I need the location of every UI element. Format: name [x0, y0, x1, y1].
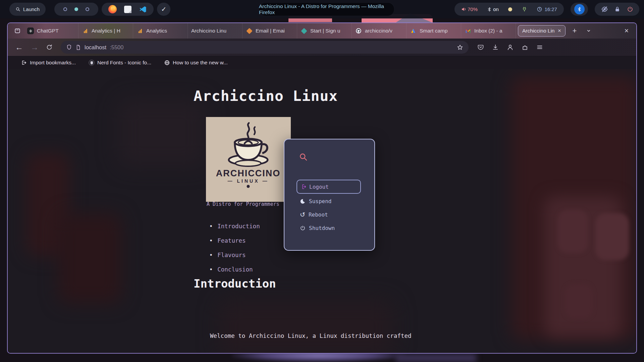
workspace-dot-1[interactable]: [63, 7, 67, 11]
back-button[interactable]: ←: [15, 43, 23, 52]
bookmark-nerd-fonts[interactable]: Nerd Fonts - Iconic fo...: [89, 60, 151, 66]
check-icon: ✓: [161, 5, 166, 13]
reboot-button[interactable]: ↺ Reboot: [300, 210, 328, 219]
tab-analytics-2[interactable]: Analytics: [133, 23, 188, 39]
status-tray[interactable]: 70% on 16:27: [454, 3, 564, 16]
tab-label: Smart camp: [420, 28, 448, 34]
tab-start-sign[interactable]: Start | Sign u: [297, 23, 352, 39]
bluetooth-badge: [574, 4, 585, 14]
reload-button[interactable]: [46, 44, 53, 51]
bookmark-label: Nerd Fonts - Iconic fo...: [97, 60, 151, 66]
bookmark-import[interactable]: Import bookmarks...: [21, 60, 76, 66]
search-icon: [15, 7, 20, 12]
page-info-icon[interactable]: [75, 45, 81, 50]
tab-label: Archiccino Linu: [191, 28, 226, 34]
url-port: :5500: [110, 44, 123, 51]
clock-icon: [537, 6, 542, 12]
suspend-button[interactable]: Suspend: [300, 197, 331, 205]
paragraph-line: Welcome to Archiccino Linux, a Linux dis…: [210, 330, 429, 342]
speaker-icon: [461, 6, 467, 12]
workspace-dot-3[interactable]: [86, 7, 89, 11]
bookmark-star-icon[interactable]: [457, 44, 463, 51]
firefox-app-icon[interactable]: [108, 5, 117, 13]
window-close-button[interactable]: ×: [620, 23, 634, 39]
account-icon[interactable]: [507, 44, 514, 51]
tab-email[interactable]: Email | Emai: [243, 23, 297, 39]
window-title-text: Archiccino Linux - A Distro for Programm…: [259, 3, 394, 15]
wallpaper-blob: [118, 99, 206, 166]
teal-diamond-icon: [301, 27, 307, 34]
workspace-dot-2-active[interactable]: [74, 7, 78, 11]
tab-label: ChatGPT: [37, 28, 59, 34]
toc-item-conclusion[interactable]: • Conclusion: [209, 262, 260, 277]
clock-indicator[interactable]: 16:27: [537, 6, 557, 12]
bluetooth-state: on: [493, 6, 499, 12]
tab-chatgpt[interactable]: ChatGPT: [24, 23, 78, 39]
launch-button[interactable]: Launch: [9, 3, 46, 16]
shield-icon[interactable]: [66, 44, 72, 50]
tab-smart-campaign[interactable]: Smart camp: [407, 23, 461, 39]
workspace-switcher[interactable]: [54, 3, 98, 16]
power-icon[interactable]: [627, 6, 633, 12]
toc-link[interactable]: Features: [217, 237, 246, 244]
intro-paragraph: Welcome to Archiccino Linux, a Linux dis…: [210, 306, 429, 353]
shutdown-button[interactable]: Shutdown: [300, 224, 335, 232]
tab-label: Inbox (2) - a: [474, 28, 502, 34]
pocket-icon[interactable]: [477, 44, 484, 51]
tab-github[interactable]: archiccino/v: [352, 23, 407, 39]
tab-inbox[interactable]: Inbox (2) - a: [461, 23, 516, 39]
chatgpt-icon: [27, 27, 34, 34]
forward-button[interactable]: →: [31, 43, 39, 52]
tab-active-archiccino[interactable]: Archiccino Lin ×: [518, 25, 566, 37]
check-button[interactable]: ✓: [157, 3, 170, 16]
bluetooth-quick-toggle[interactable]: [571, 3, 588, 16]
volume-value: 70%: [468, 6, 478, 12]
wallpaper-blob: [595, 213, 629, 260]
moon-icon: [300, 198, 306, 204]
tab-bar: ChatGPT Analytics | H Analytics Archicci…: [8, 23, 636, 39]
tab-label: Analytics | H: [92, 28, 120, 34]
bookmark-how-to[interactable]: How to use the new w...: [164, 60, 228, 66]
ads-icon: [410, 27, 417, 34]
logo-caption: A Distro for Programmers: [207, 201, 279, 207]
logout-button[interactable]: Logout: [297, 180, 361, 194]
downloads-icon[interactable]: [492, 44, 499, 51]
vscode-app-icon[interactable]: [139, 5, 147, 13]
orange-diamond-icon: [246, 27, 253, 34]
tab-label: Analytics: [146, 28, 167, 34]
notes-app-icon[interactable]: [124, 6, 131, 13]
volume-indicator[interactable]: 70%: [461, 6, 478, 12]
tab-label: Archiccino Lin: [522, 28, 555, 34]
tab-analytics-1[interactable]: Analytics | H: [78, 23, 133, 39]
toc-item-flavours[interactable]: • Flavours: [209, 248, 260, 262]
focused-window-title: Archiccino Linux - A Distro for Programm…: [259, 2, 394, 16]
bluetooth-icon: [577, 6, 582, 12]
extensions-puzzle-icon[interactable]: [522, 44, 528, 51]
toc-link[interactable]: Introduction: [217, 223, 260, 230]
page-title: Archiccino Linux: [194, 87, 338, 104]
lock-icon[interactable]: [614, 6, 621, 12]
url-bar[interactable]: localhost:5500: [61, 41, 469, 54]
url-host: localhost: [85, 44, 106, 51]
firefox-view-icon: [14, 27, 21, 34]
firefox-view-button[interactable]: [11, 23, 24, 39]
app-menu-hamburger-icon[interactable]: [536, 44, 543, 51]
toc-item-introduction[interactable]: • Introduction: [209, 219, 260, 233]
toc-link[interactable]: Conclusion: [217, 266, 253, 273]
section-heading-introduction: Introduction: [194, 277, 276, 290]
tab-list-dropdown-button[interactable]: [582, 23, 596, 39]
tab-close-icon[interactable]: ×: [558, 27, 561, 34]
search-icon[interactable]: [299, 152, 308, 162]
toc-link[interactable]: Flavours: [217, 252, 246, 258]
bluetooth-indicator[interactable]: on: [487, 6, 499, 12]
tab-label: archiccino/v: [365, 28, 392, 34]
new-tab-button[interactable]: +: [568, 23, 582, 39]
toc-item-features[interactable]: • Features: [209, 233, 260, 248]
tab-archiccino-docs[interactable]: Archiccino Linu: [188, 23, 243, 39]
globe-icon: [164, 60, 170, 66]
idle-inhibit-eye-off-icon[interactable]: [601, 6, 608, 13]
logo-title-text: ARCHICCINO: [216, 168, 281, 178]
nerdfonts-favicon: [89, 60, 95, 66]
table-of-contents: • Introduction • Features • Flavours • C…: [209, 219, 260, 277]
reboot-icon: ↺: [300, 211, 305, 218]
